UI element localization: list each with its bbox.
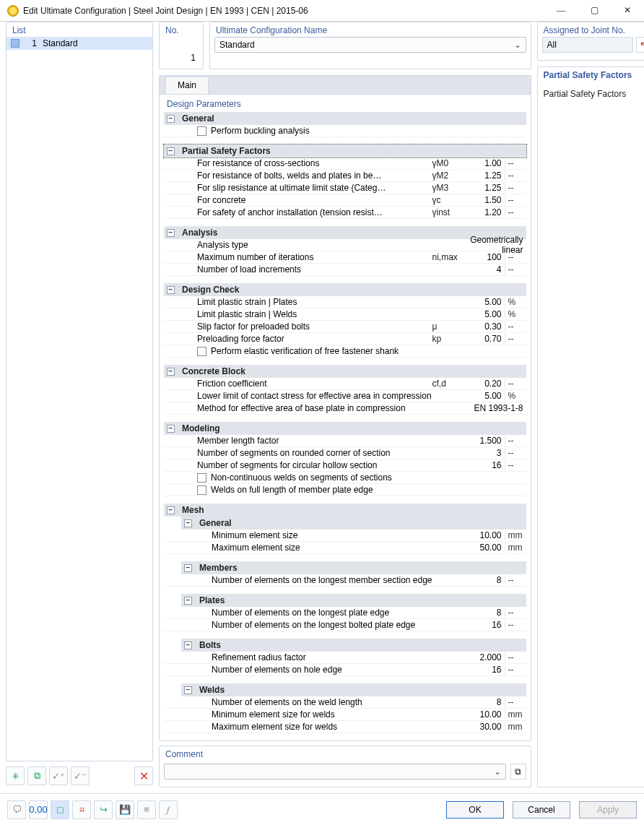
checkbox[interactable] — [197, 473, 206, 483]
help-body: Partial Safety Factors — [538, 83, 644, 105]
units-button[interactable]: 0,00 — [29, 800, 48, 819]
row-buckling[interactable]: Perform buckling analysis — [164, 125, 526, 137]
param-row[interactable]: Number of elements on the longest plate … — [164, 607, 526, 619]
tool-6-button[interactable]: 💾 — [116, 800, 134, 819]
row-noncont-welds[interactable]: Non-continuous welds on segments of sect… — [164, 472, 526, 484]
list-color-icon — [11, 39, 19, 48]
new-item-button[interactable]: ✳ — [6, 766, 25, 785]
collapse-icon[interactable]: − — [184, 564, 192, 572]
comment-combo[interactable]: ⌄ — [164, 764, 506, 779]
param-row[interactable]: For slip resistance at ultimate limit st… — [164, 182, 526, 194]
group-modeling[interactable]: −Modeling — [164, 422, 526, 435]
param-row[interactable]: For resistance of cross-sectionsγM01.00-… — [164, 157, 526, 170]
main-panel: Main Design Parameters −General Perform … — [159, 75, 531, 741]
checkbox[interactable] — [197, 347, 206, 356]
param-row[interactable]: For resistance of bolts, welds and plate… — [164, 170, 526, 182]
param-row[interactable]: Maximum element size for welds30.00mm — [164, 721, 526, 733]
param-row[interactable]: Member length factor1.500-- — [164, 435, 526, 447]
param-row[interactable]: Lower limit of contact stress for effect… — [164, 390, 526, 402]
tool-7-button[interactable]: ≡ — [137, 800, 156, 819]
param-row[interactable]: Preloading force factorkp0.70-- — [164, 333, 526, 345]
row-elastic-check[interactable]: Perform elastic verification of free fas… — [164, 345, 526, 358]
group-safety-factors[interactable]: −Partial Safety Factors — [164, 144, 526, 157]
param-row[interactable]: Maximum element size50.00mm — [164, 542, 526, 554]
param-row[interactable]: For concreteγc1.50-- — [164, 194, 526, 207]
bottom-bar: 🗩 0,00 ◻ ⌗ ↪ 💾 ≡ 𝑓 OK Cancel Apply — [0, 793, 644, 825]
param-row[interactable]: Method for effective area of base plate … — [164, 402, 526, 415]
param-row[interactable]: Friction coefficientcf,d0.20-- — [164, 378, 526, 390]
name-panel: Ultimate Configuration Name Standard ⌄ — [209, 22, 531, 69]
collapse-icon[interactable]: − — [167, 506, 175, 514]
list-item[interactable]: 1 Standard — [6, 37, 152, 50]
collapse-icon[interactable]: − — [184, 642, 192, 649]
name-value: Standard — [219, 40, 255, 50]
tool-8-button[interactable]: 𝑓 — [159, 800, 178, 819]
subgroup-mesh-members[interactable]: −Members — [181, 561, 526, 574]
collapse-icon[interactable]: − — [167, 229, 175, 237]
group-general[interactable]: −General — [164, 112, 526, 125]
param-row[interactable]: Maximum number of iterationsni,max100-- — [164, 251, 526, 264]
collapse-icon[interactable]: − — [167, 368, 175, 376]
param-row[interactable]: Number of elements on the longest member… — [164, 574, 526, 587]
chevron-down-icon: ⌄ — [514, 40, 521, 50]
tool-3-button[interactable]: ◻ — [51, 800, 69, 819]
checkbox[interactable] — [197, 485, 206, 495]
comment-copy-button[interactable]: ⧉ — [510, 764, 526, 779]
collapse-icon[interactable]: − — [184, 686, 192, 694]
help-header: Partial Safety Factors — [538, 67, 644, 83]
collapse-icon[interactable]: − — [167, 286, 175, 294]
subgroup-mesh-welds[interactable]: −Welds — [181, 683, 526, 696]
tool-1-button[interactable]: 🗩 — [7, 800, 26, 819]
collapse-icon[interactable]: − — [184, 519, 192, 527]
checkbox[interactable] — [197, 126, 206, 136]
param-row[interactable]: Number of segments on rounded corner of … — [164, 447, 526, 459]
row-fulllength-welds[interactable]: Welds on full length of member plate edg… — [164, 484, 526, 496]
minimize-button[interactable]: — — [544, 0, 578, 21]
param-row[interactable]: Number of load increments4-- — [164, 264, 526, 276]
assigned-label: Assigned to Joint No. — [538, 22, 644, 37]
number-value[interactable]: 1 — [164, 51, 199, 64]
param-row[interactable]: Number of segments for circular hollow s… — [164, 459, 526, 472]
number-panel: No. 1 — [159, 22, 204, 69]
collapse-icon[interactable]: − — [184, 597, 192, 605]
check-out-button[interactable]: ✓⁻ — [71, 766, 90, 785]
param-row[interactable]: Analysis typeGeometrically linear — [164, 239, 526, 251]
param-row[interactable]: Slip factor for preloaded boltsμ0.30-- — [164, 321, 526, 333]
param-row[interactable]: Number of elements on hole edge16-- — [164, 664, 526, 676]
maximize-button[interactable]: ▢ — [578, 0, 611, 21]
tool-4-button[interactable]: ⌗ — [72, 800, 91, 819]
chevron-down-icon: ⌄ — [494, 766, 501, 777]
assigned-input[interactable]: All — [542, 37, 633, 53]
param-row[interactable]: Number of elements on the weld length8-- — [164, 696, 526, 709]
ok-button[interactable]: OK — [446, 801, 504, 818]
param-row[interactable]: Refinement radius factor2.000-- — [164, 652, 526, 664]
param-row[interactable]: For safety of anchor installation (tensi… — [164, 207, 526, 219]
param-row[interactable]: Minimum element size10.00mm — [164, 530, 526, 542]
collapse-icon[interactable]: − — [167, 147, 175, 155]
param-row[interactable]: Number of elements on the longest bolted… — [164, 619, 526, 631]
name-label: Ultimate Configuration Name — [210, 22, 531, 37]
collapse-icon[interactable]: − — [167, 425, 175, 433]
tool-5-button[interactable]: ↪ — [94, 800, 113, 819]
param-row[interactable]: Limit plastic strain | Welds5.00% — [164, 308, 526, 321]
apply-button[interactable]: Apply — [579, 801, 637, 818]
cancel-button[interactable]: Cancel — [513, 801, 570, 818]
collapse-icon[interactable]: − — [167, 115, 175, 123]
check-in-button[interactable]: ✓⁺ — [49, 766, 68, 785]
close-button[interactable]: ✕ — [611, 0, 644, 21]
subgroup-mesh-bolts[interactable]: −Bolts — [181, 639, 526, 652]
name-combo[interactable]: Standard ⌄ — [214, 37, 526, 53]
group-designcheck[interactable]: −Design Check — [164, 283, 526, 296]
list-header: List — [6, 22, 152, 37]
group-mesh[interactable]: −Mesh — [164, 504, 526, 517]
param-row[interactable]: Minimum element size for welds10.00mm — [164, 709, 526, 721]
pick-joint-button[interactable]: ↖ — [636, 37, 644, 53]
subgroup-mesh-plates[interactable]: −Plates — [181, 594, 526, 607]
delete-item-button[interactable]: ✕ — [134, 766, 153, 785]
tab-main[interactable]: Main — [165, 77, 209, 94]
number-label: No. — [160, 22, 203, 37]
group-concrete[interactable]: −Concrete Block — [164, 365, 526, 378]
param-row[interactable]: Limit plastic strain | Plates5.00% — [164, 296, 526, 308]
copy-item-button[interactable]: ⧉ — [27, 766, 46, 785]
subgroup-mesh-general[interactable]: −General — [181, 517, 526, 530]
